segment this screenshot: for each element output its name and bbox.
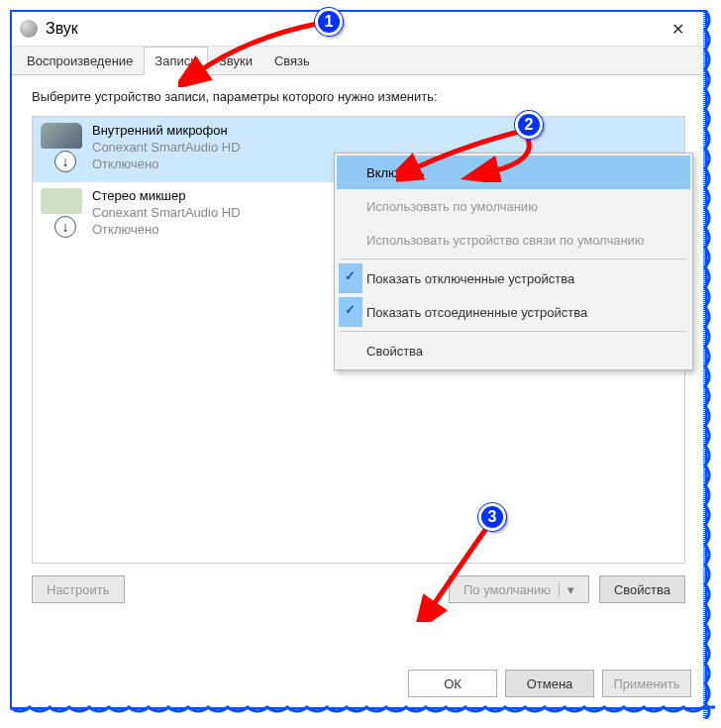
menu-separator [341, 259, 686, 260]
context-menu: Включить Использовать по умолчанию Испол… [334, 153, 693, 370]
configure-button[interactable]: Настроить [32, 575, 125, 603]
annotation-badge-1: 1 [315, 8, 343, 36]
menu-set-comm[interactable]: Использовать устройство связи по умолчан… [337, 223, 690, 257]
close-button[interactable]: ✕ [658, 14, 697, 44]
menu-properties[interactable]: Свойства [337, 334, 690, 367]
menu-label: Показать отсоединенные устройства [366, 305, 587, 320]
annotation-badge-3: 3 [478, 503, 506, 531]
cancel-button[interactable]: Отмена [505, 670, 594, 697]
ok-button[interactable]: ОК [408, 670, 497, 697]
jagged-edge-right [701, 10, 719, 719]
instruction-text: Выберите устройство записи, параметры ко… [32, 89, 685, 104]
tab-recording[interactable]: Запись [144, 47, 208, 75]
sound-icon [20, 20, 38, 38]
menu-enable[interactable]: Включить [337, 156, 690, 189]
device-name: Внутренний микрофон [92, 123, 676, 140]
tab-sounds[interactable]: Звуки [208, 47, 263, 75]
tab-playback[interactable]: Воспроизведение [16, 47, 144, 75]
down-arrow-icon: ↓ [54, 216, 76, 238]
properties-button[interactable]: Свойства [599, 575, 685, 603]
menu-set-default[interactable]: Использовать по умолчанию [337, 189, 690, 223]
mixer-icon: ↓ [41, 188, 82, 238]
microphone-icon: ↓ [41, 123, 82, 172]
window-title: Звук [46, 20, 78, 38]
titlebar: Звук ✕ [12, 12, 705, 46]
jagged-edge-bottom [10, 703, 715, 721]
annotation-badge-2: 2 [515, 111, 543, 139]
menu-label: Показать отключенные устройства [366, 271, 574, 286]
apply-button[interactable]: Применить [602, 670, 691, 697]
dialog-buttons: ОК Отмена Применить [408, 670, 691, 697]
tab-comm[interactable]: Связь [263, 47, 321, 75]
default-button[interactable]: По умолчанию [449, 575, 589, 603]
menu-show-disconnected[interactable]: Показать отсоединенные устройства [337, 295, 690, 329]
bottom-buttons: Настроить По умолчанию Свойства [32, 575, 685, 603]
down-arrow-icon: ↓ [54, 151, 76, 172]
menu-show-disabled[interactable]: Показать отключенные устройства [337, 261, 690, 295]
tab-bar: Воспроизведение Запись Звуки Связь [12, 46, 705, 75]
menu-separator [341, 331, 686, 332]
